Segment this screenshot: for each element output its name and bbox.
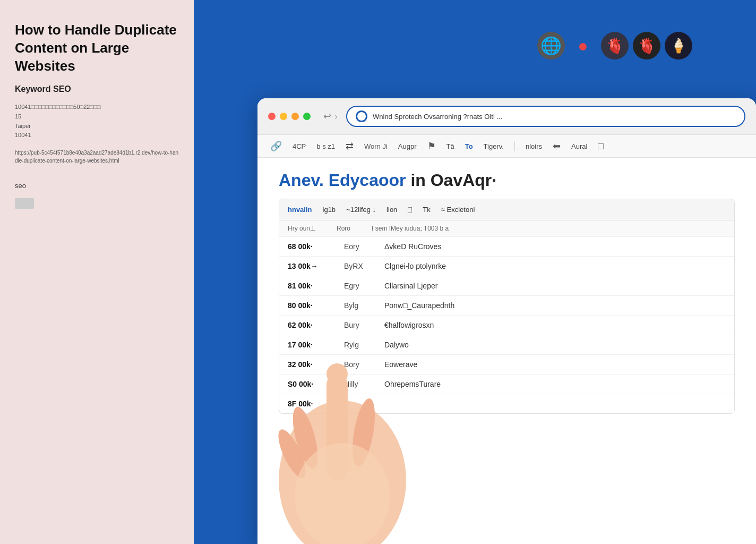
- browser-icon-4: 🫀: [633, 32, 660, 60]
- subheader-0: Hry oun⊥: [288, 225, 315, 232]
- row-num: 13 00k→: [288, 262, 336, 270]
- address-text: Wnind Sprotech Ovsarroning ?rnats Oitl .…: [373, 113, 502, 121]
- row-name: ByRX: [344, 262, 376, 270]
- row-desc: OhrepemsTurare: [384, 380, 726, 388]
- subheader-2: I sem IMey iudua; T003 b a: [372, 225, 449, 232]
- row-num: 8F 00k·: [288, 400, 336, 408]
- row-num: 80 00k·: [288, 301, 336, 310]
- address-bar[interactable]: Wnind Sprotech Ovsarroning ?rnats Oitl .…: [346, 106, 745, 127]
- toolbar-icon-square: □: [598, 141, 604, 152]
- browser-chrome: ↩ › Wnind Sprotech Ovsarroning ?rnats Oi…: [257, 98, 756, 135]
- subheader-1: Roro: [337, 225, 350, 232]
- toolbar-item-0[interactable]: 4CP: [293, 142, 306, 150]
- table-row[interactable]: 68 00k· Eory ΔvkeD RuCroves: [279, 237, 734, 257]
- table-subheader: Hry oun⊥ Roro I sem IMey iudua; T003 b a: [279, 220, 734, 237]
- row-desc: Ponw□_Caurapednth: [384, 301, 726, 310]
- heading-blue: Anev. Edycaoor: [279, 171, 406, 190]
- browser-icon-2: ●: [569, 32, 597, 60]
- toolbar-icon-arrow: ⬅: [553, 140, 561, 152]
- row-num: 32 00k·: [288, 360, 336, 369]
- meta-city: Taipei: [15, 123, 30, 129]
- sidebar-title: How to Handle Duplicate Content on Large…: [15, 21, 179, 75]
- toolbar-item-worn: Worn Ji: [364, 142, 388, 150]
- th-tk[interactable]: Tk: [423, 206, 430, 214]
- toolbar-item-aural[interactable]: Aural: [571, 142, 587, 150]
- table-row[interactable]: 62 00k· Bury €halfowigrosxn: [279, 316, 734, 335]
- toolbar-icon-share[interactable]: ⇄: [346, 140, 354, 152]
- th-lion[interactable]: lion: [386, 206, 397, 214]
- row-name: Bory: [344, 360, 376, 369]
- sidebar-tag-box: [15, 198, 34, 209]
- th-lgtb[interactable]: lg1b: [323, 206, 336, 214]
- browser-icon-5: 🍦: [665, 32, 692, 60]
- table-row[interactable]: 13 00k→ ByRX Clgnei-lo ptolynrke: [279, 257, 734, 276]
- toolbar-icon-flag: ⚑: [427, 140, 436, 152]
- row-num: 81 00k·: [288, 282, 336, 290]
- th-square[interactable]: ⎕: [408, 206, 412, 214]
- toolbar-item-nloirs[interactable]: nloirs: [526, 142, 542, 150]
- toolbar-item-augpr[interactable]: Augpr: [398, 142, 417, 150]
- main-area: 🌐 ● 🫀 🫀 🍦 ↩ › Wnind Sprotech Ovsarroning…: [194, 0, 756, 544]
- table-row[interactable]: 81 00k· Egry Cllarsinal Ljeper: [279, 276, 734, 296]
- th-excietoni[interactable]: ≈ Excietoni: [441, 206, 475, 214]
- row-num: S0 00k·: [288, 380, 336, 388]
- browser-toolbar: 🔗 4CP b s z1 ⇄ Worn Ji Augpr ⚑ Tā To Tig…: [257, 135, 756, 158]
- row-name: Eory: [344, 242, 376, 251]
- forward-icon[interactable]: ›: [334, 111, 338, 122]
- table-row[interactable]: S0 00k· Nilly OhrepemsTurare: [279, 375, 734, 394]
- row-desc: €halfowigrosxn: [384, 321, 726, 329]
- traffic-light-green[interactable]: [303, 113, 311, 120]
- traffic-light-red[interactable]: [268, 113, 276, 120]
- browser-icon-3: 🫀: [601, 32, 629, 60]
- sidebar-subtitle: Keyword SEO: [15, 84, 179, 94]
- table-row[interactable]: 32 00k· Bory Eowerave: [279, 355, 734, 375]
- toolbar-item-tigerv[interactable]: Tigerv.: [484, 142, 504, 150]
- toolbar-item-1[interactable]: b s z1: [316, 142, 335, 150]
- back-icon[interactable]: ↩: [323, 110, 331, 122]
- th-12lifeg[interactable]: ~12lifeg ↓: [346, 206, 376, 214]
- row-num: 17 00k·: [288, 341, 336, 349]
- meta-line2: 15: [15, 113, 21, 120]
- row-name: Nilly: [344, 380, 376, 388]
- table-row[interactable]: 80 00k· Bylg Ponw□_Caurapednth: [279, 296, 734, 316]
- row-desc: Cllarsinal Ljeper: [384, 282, 726, 290]
- traffic-light-yellow[interactable]: [280, 113, 287, 120]
- row-name: Rylg: [344, 341, 376, 349]
- sidebar: How to Handle Duplicate Content on Large…: [0, 0, 194, 544]
- browser-icon-1: 🌐: [537, 32, 565, 60]
- page-heading: Anev. Edycaoor in OavAqr·: [279, 171, 735, 190]
- row-num: 62 00k·: [288, 321, 336, 329]
- row-desc: Eowerave: [384, 360, 726, 369]
- row-desc: ΔvkeD RuCroves: [384, 242, 726, 251]
- traffic-light-orange[interactable]: [291, 113, 299, 120]
- table-header-row: hnvalin lg1b ~12lifeg ↓ lion ⎕ Tk ≈ Exci…: [279, 199, 734, 220]
- nav-arrows: ↩ ›: [323, 110, 338, 122]
- meta-line1: 10041□□□□□□□□□□□□50□22□□□: [15, 104, 100, 110]
- toolbar-item-to: To: [465, 142, 473, 150]
- sidebar-url: https://pub-5c454f571b8e40a3a2aad27ade84…: [15, 149, 179, 165]
- traffic-lights: [268, 113, 311, 120]
- meta-zip: 10041: [15, 132, 31, 138]
- row-desc: Clgnei-lo ptolynrke: [384, 262, 726, 270]
- table-row[interactable]: 8F 00k·: [279, 394, 734, 413]
- browser-icons: 🌐 ● 🫀 🫀 🍦: [537, 32, 692, 60]
- row-desc: Dalywo: [384, 341, 726, 349]
- sidebar-meta: 10041□□□□□□□□□□□□50□22□□□ 15 Taipei 1004…: [15, 103, 179, 140]
- th-hnvalin[interactable]: hnvalin: [288, 206, 312, 214]
- toolbar-item-ta[interactable]: Tā: [446, 142, 454, 150]
- row-name: Bylg: [344, 301, 376, 310]
- row-name: Bury: [344, 321, 376, 329]
- data-table: hnvalin lg1b ~12lifeg ↓ lion ⎕ Tk ≈ Exci…: [279, 199, 735, 414]
- address-bar-circle-icon: [356, 110, 367, 122]
- row-num: 68 00k·: [288, 242, 336, 251]
- table-row[interactable]: 17 00k· Rylg Dalywo: [279, 335, 734, 355]
- sidebar-tag-label: seo: [15, 182, 179, 190]
- browser-window: ↩ › Wnind Sprotech Ovsarroning ?rnats Oi…: [257, 98, 756, 544]
- heading-dark: in OavAqr·: [410, 171, 496, 190]
- toolbar-divider: [514, 141, 515, 151]
- toolbar-icon-link[interactable]: 🔗: [270, 140, 282, 152]
- row-name: Egry: [344, 282, 376, 290]
- page-content: Anev. Edycaoor in OavAqr· hnvalin lg1b ~…: [257, 158, 756, 540]
